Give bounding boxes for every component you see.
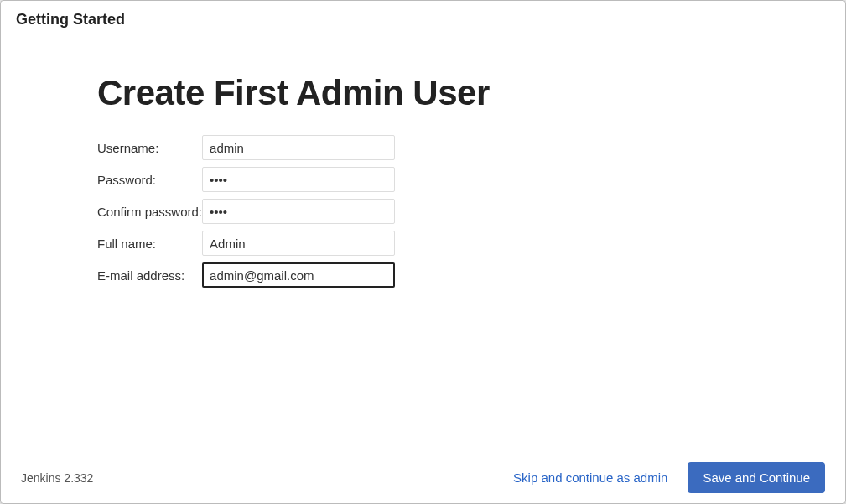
page-title: Create First Admin User (97, 73, 761, 113)
username-input[interactable] (202, 135, 395, 160)
email-input[interactable] (202, 262, 395, 288)
skip-button[interactable]: Skip and continue as admin (503, 464, 677, 491)
full-name-row: Full name: (97, 231, 395, 256)
confirm-password-label: Confirm password: (97, 199, 202, 224)
admin-user-form: Username: Password: Confirm password: Fu… (97, 128, 395, 294)
password-row: Password: (97, 167, 395, 192)
save-continue-button[interactable]: Save and Continue (688, 462, 825, 493)
full-name-input[interactable] (202, 231, 395, 256)
modal-body: Create First Admin User Username: Passwo… (1, 39, 845, 451)
username-row: Username: (97, 135, 395, 160)
header-title: Getting Started (16, 11, 125, 28)
modal-header: Getting Started (1, 1, 845, 39)
version-label: Jenkins 2.332 (21, 471, 93, 485)
modal-footer: Jenkins 2.332 Skip and continue as admin… (1, 451, 845, 503)
username-label: Username: (97, 135, 202, 160)
password-input[interactable] (202, 167, 395, 192)
password-label: Password: (97, 167, 202, 192)
full-name-label: Full name: (97, 231, 202, 256)
confirm-password-input[interactable] (202, 199, 395, 224)
setup-modal: Getting Started Create First Admin User … (0, 0, 846, 504)
confirm-password-row: Confirm password: (97, 199, 395, 224)
email-row: E-mail address: (97, 262, 395, 288)
email-label: E-mail address: (97, 262, 202, 288)
